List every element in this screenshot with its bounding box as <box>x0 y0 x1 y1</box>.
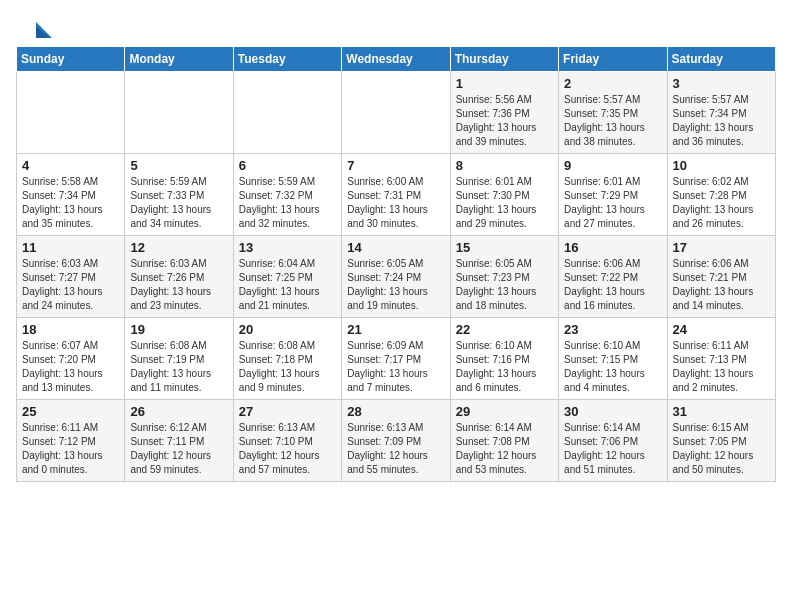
calendar-cell: 12Sunrise: 6:03 AM Sunset: 7:26 PM Dayli… <box>125 236 233 318</box>
weekday-header-monday: Monday <box>125 47 233 72</box>
day-number: 3 <box>673 76 770 91</box>
day-info: Sunrise: 6:13 AM Sunset: 7:09 PM Dayligh… <box>347 421 444 477</box>
calendar-cell <box>17 72 125 154</box>
day-number: 24 <box>673 322 770 337</box>
calendar-cell: 25Sunrise: 6:11 AM Sunset: 7:12 PM Dayli… <box>17 400 125 482</box>
calendar-cell: 3Sunrise: 5:57 AM Sunset: 7:34 PM Daylig… <box>667 72 775 154</box>
calendar-cell: 11Sunrise: 6:03 AM Sunset: 7:27 PM Dayli… <box>17 236 125 318</box>
day-number: 29 <box>456 404 553 419</box>
day-info: Sunrise: 5:59 AM Sunset: 7:32 PM Dayligh… <box>239 175 336 231</box>
calendar-cell: 13Sunrise: 6:04 AM Sunset: 7:25 PM Dayli… <box>233 236 341 318</box>
day-number: 27 <box>239 404 336 419</box>
day-info: Sunrise: 6:00 AM Sunset: 7:31 PM Dayligh… <box>347 175 444 231</box>
calendar-cell: 31Sunrise: 6:15 AM Sunset: 7:05 PM Dayli… <box>667 400 775 482</box>
day-number: 9 <box>564 158 661 173</box>
day-number: 1 <box>456 76 553 91</box>
day-number: 15 <box>456 240 553 255</box>
calendar-cell: 8Sunrise: 6:01 AM Sunset: 7:30 PM Daylig… <box>450 154 558 236</box>
calendar-table: SundayMondayTuesdayWednesdayThursdayFrid… <box>16 46 776 482</box>
day-number: 25 <box>22 404 119 419</box>
calendar-cell: 18Sunrise: 6:07 AM Sunset: 7:20 PM Dayli… <box>17 318 125 400</box>
calendar-cell <box>125 72 233 154</box>
header <box>16 16 776 38</box>
calendar-cell: 15Sunrise: 6:05 AM Sunset: 7:23 PM Dayli… <box>450 236 558 318</box>
day-info: Sunrise: 5:57 AM Sunset: 7:35 PM Dayligh… <box>564 93 661 149</box>
weekday-header-friday: Friday <box>559 47 667 72</box>
day-info: Sunrise: 6:05 AM Sunset: 7:23 PM Dayligh… <box>456 257 553 313</box>
day-info: Sunrise: 6:11 AM Sunset: 7:13 PM Dayligh… <box>673 339 770 395</box>
day-info: Sunrise: 6:09 AM Sunset: 7:17 PM Dayligh… <box>347 339 444 395</box>
day-info: Sunrise: 6:02 AM Sunset: 7:28 PM Dayligh… <box>673 175 770 231</box>
day-info: Sunrise: 6:14 AM Sunset: 7:08 PM Dayligh… <box>456 421 553 477</box>
day-number: 11 <box>22 240 119 255</box>
day-number: 20 <box>239 322 336 337</box>
day-info: Sunrise: 6:05 AM Sunset: 7:24 PM Dayligh… <box>347 257 444 313</box>
day-info: Sunrise: 6:07 AM Sunset: 7:20 PM Dayligh… <box>22 339 119 395</box>
day-number: 21 <box>347 322 444 337</box>
calendar-cell: 22Sunrise: 6:10 AM Sunset: 7:16 PM Dayli… <box>450 318 558 400</box>
day-number: 2 <box>564 76 661 91</box>
day-number: 18 <box>22 322 119 337</box>
logo-icon <box>16 20 52 42</box>
day-number: 13 <box>239 240 336 255</box>
calendar-cell: 27Sunrise: 6:13 AM Sunset: 7:10 PM Dayli… <box>233 400 341 482</box>
day-number: 31 <box>673 404 770 419</box>
calendar-cell: 14Sunrise: 6:05 AM Sunset: 7:24 PM Dayli… <box>342 236 450 318</box>
day-number: 6 <box>239 158 336 173</box>
svg-marker-1 <box>36 26 50 38</box>
day-info: Sunrise: 6:03 AM Sunset: 7:27 PM Dayligh… <box>22 257 119 313</box>
day-info: Sunrise: 5:58 AM Sunset: 7:34 PM Dayligh… <box>22 175 119 231</box>
day-info: Sunrise: 6:06 AM Sunset: 7:22 PM Dayligh… <box>564 257 661 313</box>
calendar-cell: 17Sunrise: 6:06 AM Sunset: 7:21 PM Dayli… <box>667 236 775 318</box>
day-info: Sunrise: 6:04 AM Sunset: 7:25 PM Dayligh… <box>239 257 336 313</box>
calendar-cell: 5Sunrise: 5:59 AM Sunset: 7:33 PM Daylig… <box>125 154 233 236</box>
logo <box>16 20 52 38</box>
day-number: 17 <box>673 240 770 255</box>
day-info: Sunrise: 6:08 AM Sunset: 7:19 PM Dayligh… <box>130 339 227 395</box>
weekday-header-tuesday: Tuesday <box>233 47 341 72</box>
day-info: Sunrise: 6:06 AM Sunset: 7:21 PM Dayligh… <box>673 257 770 313</box>
calendar-cell: 9Sunrise: 6:01 AM Sunset: 7:29 PM Daylig… <box>559 154 667 236</box>
calendar-cell: 2Sunrise: 5:57 AM Sunset: 7:35 PM Daylig… <box>559 72 667 154</box>
weekday-header-saturday: Saturday <box>667 47 775 72</box>
calendar-cell: 21Sunrise: 6:09 AM Sunset: 7:17 PM Dayli… <box>342 318 450 400</box>
day-number: 14 <box>347 240 444 255</box>
weekday-header-thursday: Thursday <box>450 47 558 72</box>
weekday-header-row: SundayMondayTuesdayWednesdayThursdayFrid… <box>17 47 776 72</box>
calendar-cell: 7Sunrise: 6:00 AM Sunset: 7:31 PM Daylig… <box>342 154 450 236</box>
weekday-header-sunday: Sunday <box>17 47 125 72</box>
calendar-cell: 6Sunrise: 5:59 AM Sunset: 7:32 PM Daylig… <box>233 154 341 236</box>
day-info: Sunrise: 5:56 AM Sunset: 7:36 PM Dayligh… <box>456 93 553 149</box>
calendar-cell: 30Sunrise: 6:14 AM Sunset: 7:06 PM Dayli… <box>559 400 667 482</box>
calendar-cell: 16Sunrise: 6:06 AM Sunset: 7:22 PM Dayli… <box>559 236 667 318</box>
day-info: Sunrise: 6:03 AM Sunset: 7:26 PM Dayligh… <box>130 257 227 313</box>
day-info: Sunrise: 6:01 AM Sunset: 7:30 PM Dayligh… <box>456 175 553 231</box>
day-info: Sunrise: 6:13 AM Sunset: 7:10 PM Dayligh… <box>239 421 336 477</box>
day-info: Sunrise: 6:12 AM Sunset: 7:11 PM Dayligh… <box>130 421 227 477</box>
calendar-cell: 26Sunrise: 6:12 AM Sunset: 7:11 PM Dayli… <box>125 400 233 482</box>
calendar-cell: 28Sunrise: 6:13 AM Sunset: 7:09 PM Dayli… <box>342 400 450 482</box>
calendar-cell <box>233 72 341 154</box>
day-number: 12 <box>130 240 227 255</box>
day-number: 8 <box>456 158 553 173</box>
calendar-week-row: 1Sunrise: 5:56 AM Sunset: 7:36 PM Daylig… <box>17 72 776 154</box>
calendar-cell: 1Sunrise: 5:56 AM Sunset: 7:36 PM Daylig… <box>450 72 558 154</box>
calendar-cell: 20Sunrise: 6:08 AM Sunset: 7:18 PM Dayli… <box>233 318 341 400</box>
weekday-header-wednesday: Wednesday <box>342 47 450 72</box>
day-number: 4 <box>22 158 119 173</box>
day-number: 10 <box>673 158 770 173</box>
calendar-cell: 19Sunrise: 6:08 AM Sunset: 7:19 PM Dayli… <box>125 318 233 400</box>
calendar-cell: 4Sunrise: 5:58 AM Sunset: 7:34 PM Daylig… <box>17 154 125 236</box>
day-info: Sunrise: 6:08 AM Sunset: 7:18 PM Dayligh… <box>239 339 336 395</box>
calendar-cell: 29Sunrise: 6:14 AM Sunset: 7:08 PM Dayli… <box>450 400 558 482</box>
calendar-week-row: 25Sunrise: 6:11 AM Sunset: 7:12 PM Dayli… <box>17 400 776 482</box>
day-number: 23 <box>564 322 661 337</box>
day-number: 16 <box>564 240 661 255</box>
day-number: 5 <box>130 158 227 173</box>
day-info: Sunrise: 6:10 AM Sunset: 7:15 PM Dayligh… <box>564 339 661 395</box>
day-number: 7 <box>347 158 444 173</box>
day-number: 22 <box>456 322 553 337</box>
day-number: 28 <box>347 404 444 419</box>
day-number: 30 <box>564 404 661 419</box>
day-info: Sunrise: 5:59 AM Sunset: 7:33 PM Dayligh… <box>130 175 227 231</box>
